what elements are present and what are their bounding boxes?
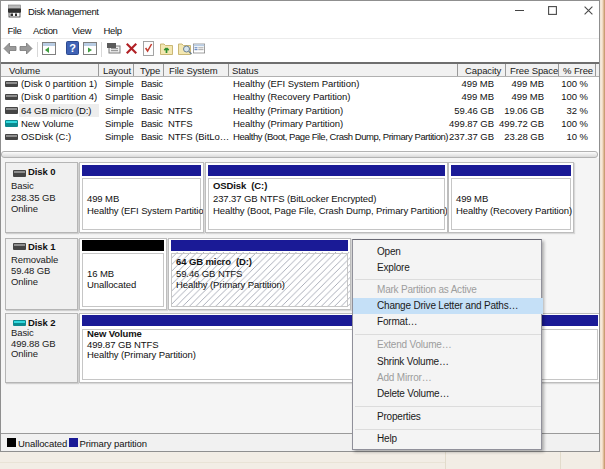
svg-text:?: ?: [69, 42, 76, 54]
